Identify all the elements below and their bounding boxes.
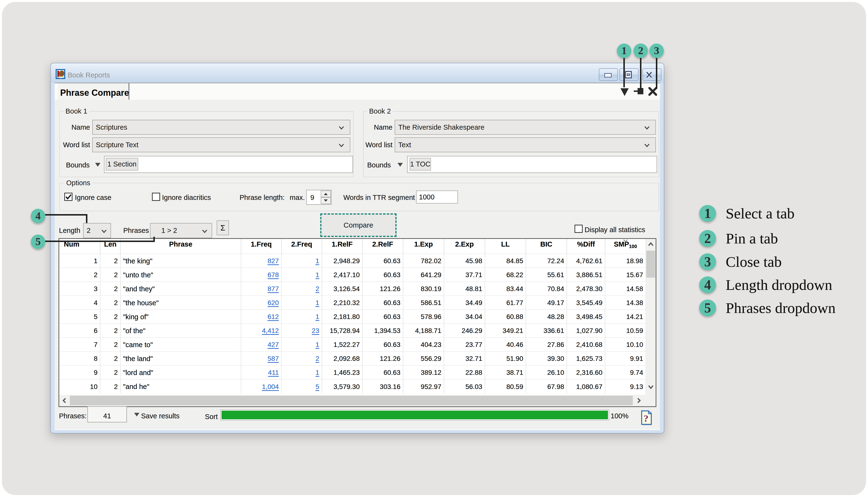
svg-text:?: ? xyxy=(644,413,648,424)
